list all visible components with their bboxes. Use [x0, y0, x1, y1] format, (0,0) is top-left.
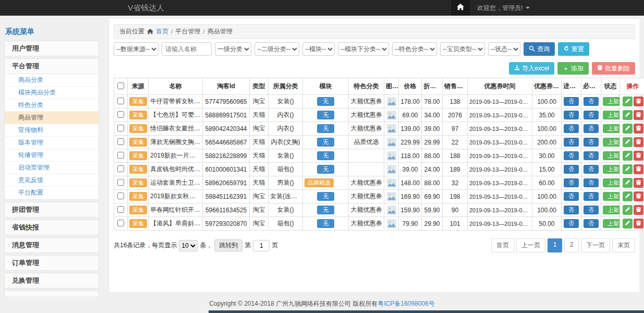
row-checkbox[interactable]: [117, 206, 124, 213]
page-button[interactable]: 末页: [612, 238, 635, 252]
edit-button[interactable]: [623, 178, 633, 188]
filter-select[interactable]: --二级分类--: [254, 42, 299, 56]
edit-button[interactable]: [623, 124, 633, 134]
filter-select[interactable]: --宝贝类型--: [440, 42, 485, 56]
search-button[interactable]: 查询: [524, 42, 555, 56]
import-select-toggle[interactable]: 否: [564, 192, 579, 201]
sidebar-item[interactable]: 拼团管理: [4, 202, 99, 218]
filter-select[interactable]: --模块--: [302, 42, 335, 56]
edit-button[interactable]: [623, 205, 633, 215]
row-checkbox[interactable]: [117, 111, 124, 118]
must-buy-toggle[interactable]: 否: [584, 178, 599, 187]
row-checkbox[interactable]: [117, 179, 124, 186]
import-select-toggle[interactable]: 否: [564, 97, 579, 106]
edit-button[interactable]: [623, 164, 633, 174]
sidebar-subitem[interactable]: 商品分类: [5, 74, 99, 87]
row-checkbox[interactable]: [117, 220, 124, 226]
page-button[interactable]: 上一页: [516, 238, 545, 252]
page-button[interactable]: 下一页: [581, 238, 610, 252]
status-badge[interactable]: 上架: [603, 151, 620, 160]
delete-button[interactable]: [634, 110, 643, 120]
batch-delete-button[interactable]: 批量删除: [592, 62, 635, 75]
select-all-checkbox[interactable]: [117, 82, 124, 89]
row-checkbox[interactable]: [117, 165, 124, 172]
row-checkbox[interactable]: [117, 125, 124, 131]
row-checkbox[interactable]: [117, 138, 124, 145]
sidebar-subitem[interactable]: 版本管理: [5, 137, 99, 149]
must-buy-toggle[interactable]: 否: [584, 97, 599, 106]
row-checkbox[interactable]: [117, 152, 124, 159]
delete-button[interactable]: [634, 191, 643, 201]
status-badge[interactable]: 上架: [603, 206, 620, 214]
edit-button[interactable]: [623, 97, 633, 106]
filter-select[interactable]: --状态--: [488, 42, 520, 56]
import-select-toggle[interactable]: 否: [564, 111, 579, 119]
sidebar-subitem[interactable]: 宣传物料: [5, 124, 99, 137]
add-button[interactable]: ＋ 添加: [557, 62, 589, 75]
page-button[interactable]: 1: [548, 238, 562, 252]
sidebar-item[interactable]: 用户管理: [4, 41, 99, 56]
icp-link[interactable]: 粤ICP备16098006号: [378, 300, 434, 307]
must-buy-toggle[interactable]: 否: [584, 138, 599, 147]
sidebar-item[interactable]: 兑换管理: [4, 273, 99, 288]
filter-select[interactable]: 一级分类: [215, 42, 251, 56]
must-buy-toggle[interactable]: 否: [584, 151, 599, 160]
status-badge[interactable]: 上架: [603, 97, 620, 106]
delete-button[interactable]: [634, 124, 643, 134]
import-select-toggle[interactable]: 否: [564, 165, 579, 174]
import-select-toggle[interactable]: 否: [564, 151, 579, 160]
import-select-toggle[interactable]: 否: [564, 219, 579, 228]
breadcrumb-home-link[interactable]: 首页: [156, 27, 168, 36]
edit-button[interactable]: [623, 151, 633, 161]
must-buy-toggle[interactable]: 否: [584, 165, 599, 174]
status-badge[interactable]: 上架: [603, 138, 620, 147]
delete-button[interactable]: [634, 137, 643, 147]
edit-button[interactable]: [623, 110, 633, 120]
status-badge[interactable]: 上架: [603, 192, 620, 201]
delete-button[interactable]: [634, 97, 643, 106]
jump-page-input[interactable]: [253, 240, 270, 251]
page-button[interactable]: 首页: [491, 238, 514, 252]
filter-select[interactable]: --特色分类--: [392, 42, 437, 56]
delete-button[interactable]: [634, 178, 643, 188]
status-badge[interactable]: 上架: [603, 124, 620, 133]
status-badge[interactable]: 上架: [603, 111, 620, 119]
delete-button[interactable]: [634, 219, 643, 228]
home-button[interactable]: [451, 0, 470, 16]
sidebar-subitem[interactable]: 特色分类: [5, 99, 99, 112]
sidebar-item[interactable]: 平台管理: [4, 58, 99, 74]
sidebar-item[interactable]: 消息管理: [4, 237, 99, 253]
must-buy-toggle[interactable]: 否: [584, 219, 599, 228]
sidebar-item[interactable]: 省钱快报: [4, 220, 99, 235]
edit-button[interactable]: [623, 191, 633, 201]
sidebar-item[interactable]: 订单管理: [4, 255, 99, 271]
must-buy-toggle[interactable]: 否: [584, 192, 599, 201]
delete-button[interactable]: [634, 164, 643, 174]
reset-button[interactable]: 重置: [558, 42, 589, 56]
must-buy-toggle[interactable]: 否: [584, 206, 599, 214]
page-button[interactable]: 2: [564, 238, 579, 252]
sidebar-subitem[interactable]: 模块商品分类: [5, 87, 99, 99]
sidebar-subitem[interactable]: 平台配置: [5, 187, 99, 199]
import-excel-button[interactable]: 导入excel: [509, 62, 554, 75]
delete-button[interactable]: [634, 205, 643, 215]
status-badge[interactable]: 上架: [603, 219, 620, 228]
name-search-input[interactable]: [162, 42, 212, 56]
delete-button[interactable]: [634, 151, 643, 161]
sidebar-subitem[interactable]: 意见反馈: [5, 174, 99, 187]
edit-button[interactable]: [623, 137, 633, 147]
import-select-toggle[interactable]: 否: [564, 138, 579, 147]
sidebar-subitem[interactable]: 轮播管理: [5, 149, 99, 162]
edit-button[interactable]: [623, 219, 633, 228]
jump-button[interactable]: 跳转到: [214, 239, 242, 251]
must-buy-toggle[interactable]: 否: [584, 111, 599, 119]
import-select-toggle[interactable]: 否: [564, 178, 579, 187]
import-select-toggle[interactable]: 否: [564, 206, 579, 214]
row-checkbox[interactable]: [117, 98, 124, 104]
filter-select[interactable]: --数据来源--: [114, 42, 159, 56]
sidebar-subitem[interactable]: 启动页管理: [5, 162, 99, 174]
per-page-select[interactable]: 10: [179, 240, 198, 251]
status-badge[interactable]: 上架: [603, 165, 620, 174]
sidebar-subitem[interactable]: 商品管理: [5, 112, 99, 124]
import-select-toggle[interactable]: 否: [564, 124, 579, 133]
